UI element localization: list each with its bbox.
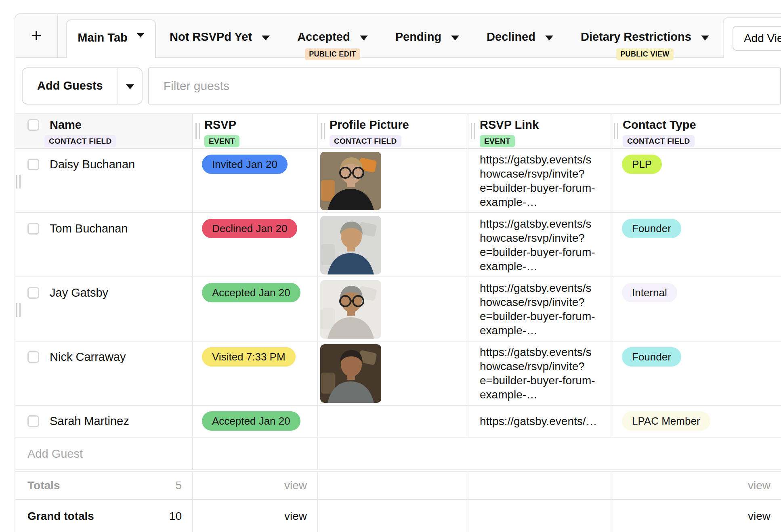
add-view-button[interactable]: Add View — [733, 26, 781, 51]
add-guests-dropdown-button[interactable] — [118, 68, 142, 104]
profile-photo — [320, 152, 468, 210]
rsvp-link-cell[interactable]: https://gatsby.events/showcase/rsvp/invi… — [468, 149, 611, 212]
view-tabs-bar: + Main Tab Not RSVPd YetAcceptedPUBLIC E… — [15, 14, 781, 58]
contact-type-cell[interactable]: LPAC Member — [611, 406, 781, 437]
rsvp-cell[interactable]: Invited Jan 20 — [193, 149, 318, 212]
add-guest-placeholder[interactable]: Add Guest — [15, 438, 192, 461]
column-type-badge: EVENT — [480, 135, 515, 147]
grand-totals-row: Grand totals 10 view view — [15, 500, 781, 532]
guest-row-tom-buchanan: Tom BuchananDeclined Jan 20https://gatsb… — [15, 213, 781, 277]
tab-visibility-badge: PUBLIC VIEW — [616, 48, 673, 60]
tabs-container: Not RSVPd YetAcceptedPUBLIC EDITPendingD… — [156, 14, 723, 57]
rsvp-cell[interactable]: Accepted Jan 20 — [193, 277, 318, 341]
tab-label: Declined — [487, 30, 535, 44]
contact-type-cell[interactable]: PLP — [611, 149, 781, 212]
column-header-name[interactable]: NameCONTACT FIELD — [15, 114, 193, 148]
profile-photo — [320, 344, 468, 403]
tab-label: Dietary Restrictions — [581, 30, 691, 44]
tab-accepted[interactable]: AcceptedPUBLIC EDIT — [283, 30, 382, 57]
chevron-down-icon — [360, 36, 368, 40]
rsvp-link-cell[interactable]: https://gatsby.events/showcase/rsvp/invi… — [468, 341, 611, 405]
grand-totals-label: Grand totals — [15, 510, 94, 523]
add-guests-button[interactable]: Add Guests — [23, 68, 118, 104]
name-cell[interactable]: Nick Carraway — [15, 341, 193, 405]
profile-picture-cell[interactable] — [318, 149, 468, 212]
row-checkbox[interactable] — [27, 223, 39, 235]
name-cell[interactable]: Daisy Buchanan — [15, 149, 193, 212]
chevron-down-icon — [262, 36, 270, 40]
rsvp-status-pill: Accepted Jan 20 — [202, 411, 300, 431]
tab-label: Pending — [395, 30, 441, 44]
tab-not-rsvpd-yet[interactable]: Not RSVPd Yet — [156, 30, 283, 57]
tab-visibility-badge: PUBLIC EDIT — [305, 48, 360, 60]
row-drag-handle-icon[interactable] — [16, 303, 21, 317]
contact-type-cell[interactable]: Founder — [611, 213, 781, 276]
profile-picture-cell[interactable] — [318, 213, 468, 276]
guest-name: Daisy Buchanan — [50, 158, 135, 171]
column-header-rsvp[interactable]: RSVPEVENT — [193, 114, 318, 148]
row-drag-handle-icon[interactable] — [16, 175, 21, 189]
column-header-rsvp-link[interactable]: RSVP LinkEVENT — [468, 114, 611, 148]
guest-name: Nick Carraway — [50, 350, 126, 364]
totals-count: 5 — [175, 479, 192, 492]
tab-pending[interactable]: Pending — [382, 30, 473, 57]
column-header-profile-picture[interactable]: Profile PictureCONTACT FIELD — [318, 114, 468, 148]
grand-totals-rsvp-view-link[interactable]: view — [284, 510, 317, 523]
name-cell[interactable]: Sarah Martinez — [15, 406, 193, 437]
column-title: RSVP — [204, 118, 236, 132]
chevron-down-icon — [701, 36, 709, 40]
column-header-contact-type[interactable]: Contact TypeCONTACT FIELD — [611, 114, 781, 148]
grand-totals-count: 10 — [169, 510, 192, 523]
totals-label: Totals — [15, 479, 60, 492]
rsvp-status-pill: Declined Jan 20 — [202, 219, 297, 238]
rsvp-cell[interactable]: Declined Jan 20 — [193, 213, 318, 276]
tab-main-tab[interactable]: Main Tab — [66, 19, 156, 58]
add-guest-row[interactable]: Add Guest — [15, 438, 781, 470]
rsvp-link-text: https://gatsby.events/… — [480, 414, 597, 428]
contact-type-cell[interactable]: Internal — [611, 277, 781, 341]
grand-totals-contact-view-link[interactable]: view — [748, 510, 781, 523]
name-cell[interactable]: Jay Gatsby — [15, 277, 193, 341]
add-tab-button[interactable]: + — [15, 14, 58, 57]
guest-row-jay-gatsby: Jay GatsbyAccepted Jan 20https://gatsby.… — [15, 277, 781, 341]
column-type-badge: CONTACT FIELD — [330, 135, 401, 147]
row-checkbox[interactable] — [27, 159, 39, 170]
totals-contact-view-link[interactable]: view — [748, 479, 781, 492]
contact-type-cell[interactable]: Founder — [611, 341, 781, 405]
guest-row-sarah-martinez: Sarah MartinezAccepted Jan 20https://gat… — [15, 406, 781, 438]
profile-picture-cell[interactable] — [318, 277, 468, 341]
rsvp-link-cell[interactable]: https://gatsby.events/… — [468, 406, 611, 437]
tab-declined[interactable]: Declined — [473, 30, 567, 57]
filter-guests-input[interactable] — [148, 67, 781, 105]
rsvp-cell[interactable]: Visited 7:33 PM — [193, 341, 318, 405]
contact-type-pill: LPAC Member — [622, 411, 710, 431]
rsvp-status-pill: Invited Jan 20 — [202, 155, 288, 174]
rsvp-link-text: https://gatsby.events/showcase/rsvp/invi… — [480, 345, 595, 402]
profile-picture-cell[interactable] — [318, 406, 468, 437]
rsvp-link-cell[interactable]: https://gatsby.events/showcase/rsvp/invi… — [468, 277, 611, 341]
column-drag-handle-icon[interactable] — [195, 123, 200, 139]
guest-row-daisy-buchanan: Daisy BuchananInvited Jan 20https://gats… — [15, 149, 781, 213]
column-type-badge: CONTACT FIELD — [623, 135, 695, 147]
rsvp-link-cell[interactable]: https://gatsby.events/showcase/rsvp/invi… — [468, 213, 611, 276]
rsvp-cell[interactable]: Accepted Jan 20 — [193, 406, 318, 437]
profile-picture-cell[interactable] — [318, 341, 468, 405]
profile-photo — [320, 280, 468, 339]
tab-dietary-restrictions[interactable]: Dietary RestrictionsPUBLIC VIEW — [567, 30, 723, 57]
column-drag-handle-icon[interactable] — [471, 123, 475, 139]
name-cell[interactable]: Tom Buchanan — [15, 213, 193, 276]
totals-rsvp-view-link[interactable]: view — [284, 479, 317, 492]
column-drag-handle-icon[interactable] — [614, 123, 618, 139]
contact-type-pill: Founder — [622, 347, 681, 367]
row-checkbox[interactable] — [27, 351, 39, 363]
guest-sheet: + Main Tab Not RSVPd YetAcceptedPUBLIC E… — [15, 13, 781, 532]
row-checkbox[interactable] — [27, 287, 39, 299]
column-drag-handle-icon[interactable] — [321, 123, 325, 139]
column-type-badge: CONTACT FIELD — [44, 135, 116, 147]
toolbar: Add Guests — [15, 58, 781, 113]
row-checkbox[interactable] — [27, 415, 39, 427]
chevron-down-icon — [545, 36, 553, 40]
select-all-checkbox[interactable] — [27, 119, 39, 131]
guest-name: Sarah Martinez — [50, 415, 129, 428]
chevron-down-icon — [136, 33, 145, 38]
